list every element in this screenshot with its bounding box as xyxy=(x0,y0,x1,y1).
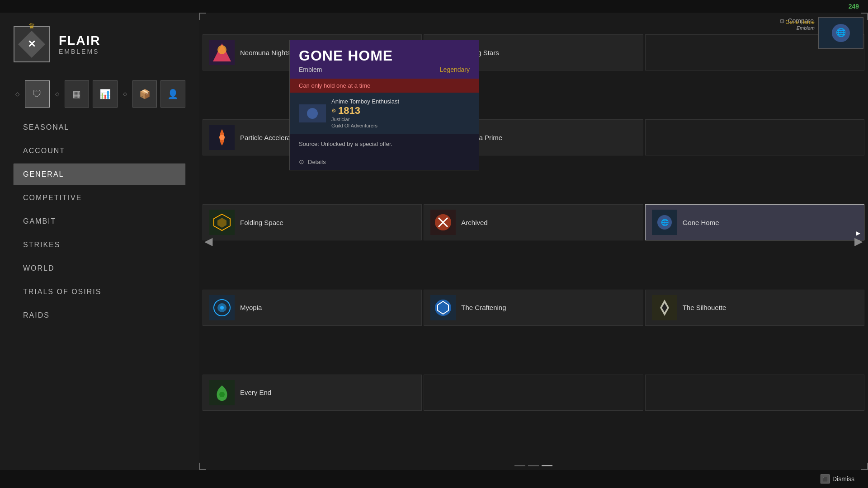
tooltip-stat-value: 1813 xyxy=(338,105,360,117)
diamond-deco-1: ◇ xyxy=(15,91,19,97)
equipped-label: Gone Home Emblem xyxy=(785,19,815,31)
category-gambit[interactable]: GAMBIT xyxy=(14,211,185,232)
svg-point-7 xyxy=(219,135,225,140)
corner-bl xyxy=(199,463,206,470)
corner-tl xyxy=(199,13,206,20)
dismiss-button[interactable]: ⬛ Dismiss xyxy=(821,474,854,483)
svg-text:🌐: 🌐 xyxy=(836,28,846,38)
equipped-emblem-preview: 🌐 xyxy=(818,17,863,49)
category-world[interactable]: WORLD xyxy=(14,258,185,279)
tooltip-header: GONE HOME Emblem Legendary xyxy=(290,40,479,79)
nav-icons-row: ◇ 🛡 ◇ ▦ 📊 ◇ 📦 👤 xyxy=(14,80,185,108)
neomuna-nights-label: Neomuna Nights xyxy=(240,49,291,56)
player-subtitle: EMBLEMS xyxy=(59,48,100,55)
emblem-empty-2 xyxy=(645,119,864,155)
stats-icon: 📊 xyxy=(99,89,111,99)
scroll-right-arrow[interactable]: ▶ xyxy=(850,230,867,252)
dismiss-icon: ⬛ xyxy=(821,474,830,483)
bottom-bar: ⬛ Dismiss xyxy=(0,470,868,488)
corner-br xyxy=(861,463,868,470)
myopia-icon xyxy=(209,295,235,320)
top-bar-number: 249 xyxy=(849,3,859,10)
svg-point-2 xyxy=(217,45,226,54)
svg-text:🌐: 🌐 xyxy=(660,219,669,226)
scroll-left-arrow[interactable]: ◀ xyxy=(200,230,217,252)
craftening-icon xyxy=(430,295,456,320)
person-icon: 👤 xyxy=(167,89,179,99)
scroll-dot-3[interactable] xyxy=(542,465,552,466)
content-area: ⊙ Compare ◀ Neomuna Nights xyxy=(199,13,868,470)
equipped-type: Emblem xyxy=(785,25,815,31)
diamond-deco-3: ◇ xyxy=(123,91,127,97)
nav-icon-box[interactable]: 📦 xyxy=(132,80,157,108)
tooltip-source: Source: Unlocked by a special offer. xyxy=(290,134,479,154)
gone-home-icon: 🌐 xyxy=(652,210,677,235)
nav-icon-person[interactable]: 👤 xyxy=(160,80,185,108)
player-info: FLAIR EMBLEMS xyxy=(59,33,100,55)
tooltip-warning: Can only hold one at a time xyxy=(290,79,479,93)
gone-home-label: Gone Home xyxy=(683,219,719,226)
tooltip-item-name: GONE HOME xyxy=(299,47,470,64)
avatar-inner: ✕ xyxy=(18,31,45,58)
category-account[interactable]: ACCOUNT xyxy=(14,140,185,162)
emblem-empty-3 xyxy=(424,375,643,411)
scroll-indicators xyxy=(199,461,868,470)
svg-point-24 xyxy=(220,306,224,310)
main-layout: ♛ ✕ FLAIR EMBLEMS ◇ 🛡 ◇ ▦ 📊 ◇ xyxy=(0,13,868,470)
tooltip-card-username: Anime Tomboy Enthusiast xyxy=(331,98,399,105)
emblem-silhouette[interactable]: The Silhouette xyxy=(645,290,864,326)
tooltip-popup: GONE HOME Emblem Legendary Can only hold… xyxy=(289,40,479,170)
emblem-every-end[interactable]: Every End xyxy=(203,375,422,411)
category-trials[interactable]: TRIALS OF OSIRIS xyxy=(14,281,185,303)
category-strikes[interactable]: STRIKES xyxy=(14,234,185,256)
category-raids[interactable]: RAIDS xyxy=(14,305,185,326)
avatar: ♛ ✕ xyxy=(14,26,50,62)
tooltip-warning-text: Can only hold one at a time xyxy=(299,82,370,89)
silhouette-icon xyxy=(652,295,677,320)
category-general[interactable]: GENERAL xyxy=(14,164,185,185)
silhouette-label: The Silhouette xyxy=(683,304,726,311)
box-icon: 📦 xyxy=(139,89,151,99)
tooltip-card-info: Anime Tomboy Enthusiast ⚙ 1813 Justiciar… xyxy=(331,98,399,128)
tooltip-rank: Justiciar xyxy=(331,117,399,122)
equipped-name: Gone Home xyxy=(785,19,815,25)
rank-icon: ⚙ xyxy=(331,108,336,114)
particle-acceleration-icon xyxy=(209,125,235,150)
details-label: Details xyxy=(308,159,326,165)
compare-icon: ⊙ xyxy=(779,17,785,24)
every-end-label: Every End xyxy=(240,389,271,396)
scroll-dot-2[interactable] xyxy=(528,465,539,466)
nav-icon-shield[interactable]: 🛡 xyxy=(25,80,50,108)
every-end-icon xyxy=(209,380,235,405)
emblem-craftening[interactable]: The Craftening xyxy=(424,290,643,326)
grid-icon: ▦ xyxy=(72,89,81,99)
category-list: SEASONAL ACCOUNT GENERAL COMPETITIVE GAM… xyxy=(14,117,185,326)
tooltip-guild: Guild Of Adventurers xyxy=(331,123,399,128)
player-name: FLAIR xyxy=(59,33,100,48)
avatar-emblem: ✕ xyxy=(28,38,36,50)
tooltip-card-icon xyxy=(299,104,326,122)
category-competitive[interactable]: COMPETITIVE xyxy=(14,187,185,209)
craftening-label: The Craftening xyxy=(461,304,506,311)
shield-icon: 🛡 xyxy=(33,89,42,99)
category-seasonal[interactable]: SEASONAL xyxy=(14,117,185,138)
emblem-folding-space[interactable]: Folding Space xyxy=(203,204,422,240)
diamond-deco-2: ◇ xyxy=(55,91,59,97)
tooltip-source-text: Source: Unlocked by a special offer. xyxy=(299,141,392,147)
nav-icon-stats[interactable]: 📊 xyxy=(93,80,118,108)
top-bar: 249 xyxy=(0,0,868,13)
emblem-gone-home[interactable]: 🌐 Gone Home ▶ xyxy=(645,204,864,240)
emblem-myopia[interactable]: Myopia xyxy=(203,290,422,326)
crown-icon: ♛ xyxy=(28,22,35,30)
tooltip-details-button[interactable]: ⊙ Details xyxy=(290,154,479,170)
myopia-label: Myopia xyxy=(240,304,262,311)
tooltip-subtitle-row: Emblem Legendary xyxy=(299,66,470,73)
svg-point-37 xyxy=(307,108,318,119)
folding-space-label: Folding Space xyxy=(240,219,283,226)
neomuna-nights-icon xyxy=(209,40,235,65)
archived-label: Archived xyxy=(461,219,487,226)
nav-icon-grid[interactable]: ▦ xyxy=(65,80,90,108)
scroll-dot-1[interactable] xyxy=(514,465,525,466)
emblem-archived[interactable]: Archived xyxy=(424,204,643,240)
sidebar: ♛ ✕ FLAIR EMBLEMS ◇ 🛡 ◇ ▦ 📊 ◇ xyxy=(0,13,199,470)
